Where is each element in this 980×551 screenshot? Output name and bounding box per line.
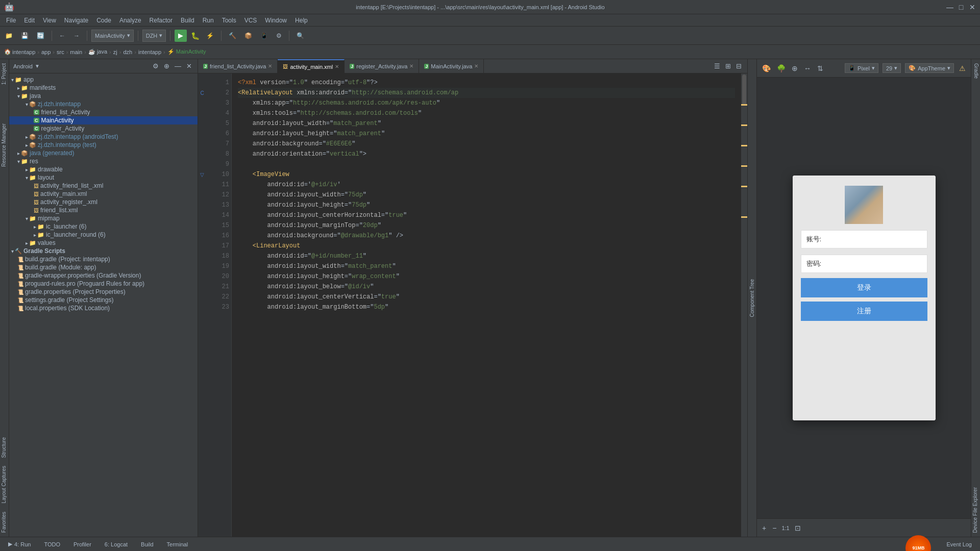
editor-split-h-btn[interactable]: ⊟ <box>734 62 743 70</box>
save-btn[interactable]: 💾 <box>18 31 32 41</box>
layout-captures-btn[interactable]: Layout Captures <box>0 462 9 507</box>
tab-mainactivity[interactable]: J MainActivity.java ✕ <box>419 59 484 73</box>
tree-ic-launcher-round[interactable]: ▸ 📁 ic_launcher_round (6) <box>9 231 198 239</box>
breadcrumb-zj[interactable]: zj <box>113 49 117 55</box>
settings-btn[interactable]: ⚙ <box>273 31 285 41</box>
activity-selector[interactable]: MainActivity ▾ <box>91 30 134 42</box>
device-file-explorer-btn[interactable]: Device File Explorer <box>971 483 980 537</box>
tree-main-activity[interactable]: C MainActivity <box>9 116 198 124</box>
editor-scrollbar[interactable] <box>741 73 747 537</box>
tree-manifests[interactable]: ▸ 📁 manifests <box>9 84 198 92</box>
rotate-btn[interactable]: ⇅ <box>816 63 824 73</box>
gradle-btn[interactable]: Gradle <box>971 59 980 83</box>
tab-run[interactable]: ▶ 4: Run <box>2 539 37 549</box>
tree-register-activity[interactable]: C register_Activity <box>9 124 198 133</box>
tree-values[interactable]: ▸ 📁 values <box>9 239 198 247</box>
tab-close-mainactivity[interactable]: ✕ <box>474 63 478 69</box>
project-dropdown-arrow[interactable]: ▼ <box>35 63 40 69</box>
tab-close-friend-list[interactable]: ✕ <box>268 63 272 69</box>
tree-activity-main-xml[interactable]: 🖼 activity_main.xml <box>9 190 198 198</box>
debug-button[interactable]: 🐛 <box>189 30 201 42</box>
editor-split-v-btn[interactable]: ⊞ <box>724 62 732 70</box>
tab-build[interactable]: Build <box>135 539 159 549</box>
tab-register[interactable]: J register_Activity.java ✕ <box>345 59 419 73</box>
editor-scroll-thumb[interactable] <box>742 74 746 105</box>
device-selector[interactable]: DZH ▾ <box>142 30 166 42</box>
menu-window[interactable]: Window <box>261 16 291 25</box>
favorites-btn[interactable]: Favorites <box>0 508 9 537</box>
menu-build[interactable]: Build <box>177 16 199 25</box>
breadcrumb-main[interactable]: main <box>70 49 82 55</box>
zoom-in-btn[interactable]: ⊕ <box>791 63 799 73</box>
menu-tools[interactable]: Tools <box>218 16 240 25</box>
preview-zoom-plus[interactable]: + <box>761 523 767 533</box>
palette-btn[interactable]: 🎨 <box>761 63 772 73</box>
open-file-btn[interactable]: 📁 <box>2 31 16 41</box>
memory-indicator[interactable]: 91MB <box>905 535 931 552</box>
menu-code[interactable]: Code <box>92 16 115 25</box>
tree-gradle-wrapper[interactable]: 📜 gradle-wrapper.properties (Gradle Vers… <box>9 271 198 280</box>
tree-ic-launcher[interactable]: ▸ 📁 ic_launcher (6) <box>9 222 198 231</box>
tree-java-generated[interactable]: ▸ 📦 java (generated) <box>9 149 198 157</box>
tree-java[interactable]: ▾ 📁 java <box>9 92 198 100</box>
close-button[interactable]: ✕ <box>969 4 976 11</box>
project-collapse-btn[interactable]: — <box>173 62 183 70</box>
tab-todo[interactable]: TODO <box>38 539 66 549</box>
tree-friend-list-xml[interactable]: 🖼 activity_friend_list_.xml <box>9 182 198 190</box>
tree-drawable[interactable]: ▸ 📁 drawable <box>9 165 198 173</box>
device-selector-preview[interactable]: 📱 Pixel ▾ <box>845 63 878 73</box>
account-field[interactable]: 账号: <box>801 230 927 248</box>
tree-build-gradle-project[interactable]: 📜 build.gradle (Project: intentapp) <box>9 255 198 263</box>
tab-friend-list[interactable]: J friend_list_Activity.java ✕ <box>198 59 278 73</box>
tree-settings-gradle[interactable]: 📜 settings.gradle (Project Settings) <box>9 296 198 304</box>
menu-refactor[interactable]: Refactor <box>145 16 177 25</box>
editor-config-btn[interactable]: ☰ <box>713 62 722 70</box>
sdk-manager-btn[interactable]: 📦 <box>241 31 255 41</box>
tree-local-props[interactable]: 📜 local.properties (SDK Location) <box>9 304 198 312</box>
tab-activity-main[interactable]: 🖼 activity_main.xml ✕ <box>278 59 345 73</box>
project-close-btn[interactable]: ✕ <box>185 62 193 70</box>
menu-navigate[interactable]: Navigate <box>60 16 92 25</box>
component-tree-strip[interactable]: Component Tree <box>747 59 756 537</box>
sync-btn[interactable]: 🔄 <box>34 31 47 41</box>
tree-register-xml[interactable]: 🖼 activity_register_.xml <box>9 198 198 206</box>
breadcrumb-app[interactable]: app <box>41 49 51 55</box>
tree-pkg-test[interactable]: ▸ 📦 zj.dzh.intentapp (test) <box>9 141 198 149</box>
breadcrumb-src[interactable]: src <box>57 49 64 55</box>
register-button-preview[interactable]: 注册 <box>801 302 927 321</box>
tree-gradle-scripts[interactable]: ▾ 🔨 Gradle Scripts <box>9 247 198 255</box>
maximize-button[interactable]: □ <box>958 4 965 11</box>
breadcrumb-intentapp[interactable]: 🏠 intentapp <box>4 48 35 55</box>
menu-edit[interactable]: Edit <box>20 16 39 25</box>
code-content[interactable]: <?xml version="1.0" encoding="utf-8"?> <… <box>232 73 741 537</box>
breadcrumb-intentapp-pkg[interactable]: intentapp <box>138 49 161 55</box>
theme-selector[interactable]: 🎨 AppTheme ▾ <box>905 63 954 73</box>
tree-layout[interactable]: ▾ 📁 layout <box>9 173 198 182</box>
menu-analyze[interactable]: Analyze <box>115 16 145 25</box>
menu-vcs[interactable]: VCS <box>240 16 261 25</box>
project-settings-btn[interactable]: ⚙ <box>151 62 160 70</box>
avd-manager-btn[interactable]: 📱 <box>257 31 271 41</box>
tree-proguard[interactable]: 📜 proguard-rules.pro (Proguard Rules for… <box>9 280 198 288</box>
password-field[interactable]: 密码: <box>801 255 927 273</box>
tab-logcat[interactable]: 6: Logcat <box>99 539 134 549</box>
tab-event-log[interactable]: Event Log <box>940 539 978 549</box>
tree-app[interactable]: ▾ 📁 app <box>9 76 198 84</box>
tab-profiler[interactable]: Profiler <box>67 539 97 549</box>
menu-file[interactable]: File <box>2 16 20 25</box>
tab-close-activity-main[interactable]: ✕ <box>335 64 339 69</box>
zoom-reset-btn[interactable]: ↔ <box>803 63 812 73</box>
menu-help[interactable]: Help <box>291 16 312 25</box>
login-button-preview[interactable]: 登录 <box>801 278 927 297</box>
minimize-button[interactable]: — <box>946 4 953 11</box>
tab-terminal[interactable]: Terminal <box>161 539 194 549</box>
tab-close-register[interactable]: ✕ <box>409 63 413 69</box>
back-btn[interactable]: ← <box>56 31 68 41</box>
menu-run[interactable]: Run <box>199 16 218 25</box>
api-selector[interactable]: 29 ▾ <box>883 63 901 73</box>
component-tree-btn[interactable]: 🌳 <box>776 63 787 73</box>
resource-manager-btn[interactable]: Resource Manager <box>0 119 9 171</box>
tree-friend-list2-xml[interactable]: 🖼 friend_list.xml <box>9 206 198 214</box>
tree-friend-list-activity[interactable]: C friend_list_Activity <box>9 108 198 116</box>
tree-pkg-main[interactable]: ▾ 📦 zj.dzh.intentapp <box>9 100 198 108</box>
